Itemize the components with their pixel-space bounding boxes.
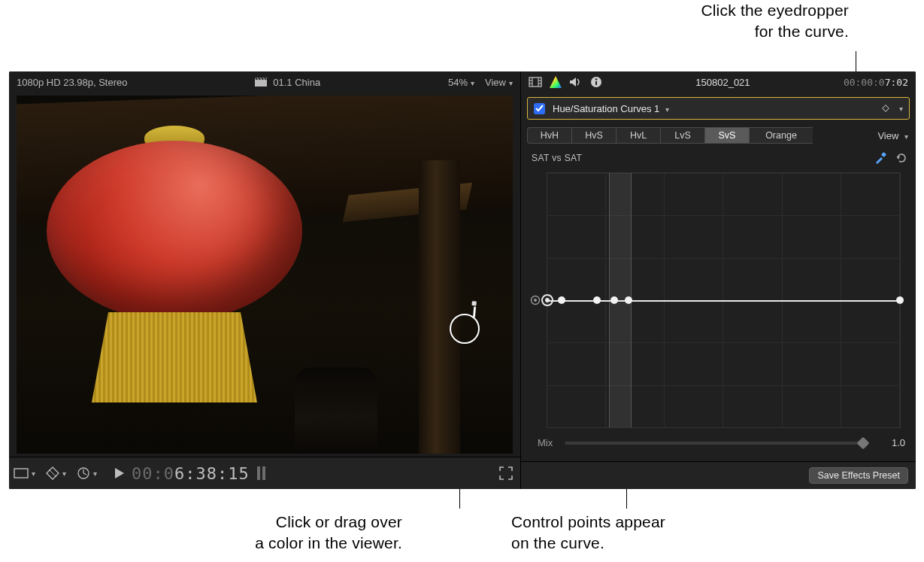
callout-viewer-pick: Click or drag over a color in the viewer… [214,512,402,554]
callout-eyedropper: Click the eyedropper for the curve. [548,0,849,43]
step-frames-button[interactable] [257,466,265,480]
mix-value: 1.0 [875,437,905,448]
clip-name: 01.1 China [273,77,320,88]
clip-format-label: 1080p HD 23.98p, Stereo [17,77,127,88]
tab-orange[interactable]: Orange [749,127,813,144]
curve-control-point[interactable] [625,296,632,304]
clapperboard-icon [255,77,267,87]
chevron-down-icon: ▾ [62,469,66,478]
inspector-pane: 150802_021 00:00:07:02 Hue/Saturation Cu… [520,71,916,489]
fullscreen-icon[interactable] [499,466,513,480]
svg-rect-3 [14,469,28,478]
callout-line: Control points appear [511,513,665,530]
curve-control-point[interactable] [593,296,601,304]
curve-grid [547,172,901,428]
svg-marker-6 [115,468,124,478]
mix-slider[interactable] [565,442,863,445]
viewer-canvas[interactable] [17,96,513,454]
mix-row: Mix 1.0 [521,433,916,448]
view-menu[interactable]: View▾ [485,77,513,88]
viewer-timecode[interactable]: 00:06:38:15 [132,464,250,483]
inspector-footer: Save Effects Preset [521,461,916,489]
play-button-icon[interactable] [115,468,124,478]
svg-line-4 [49,469,56,477]
curve-tab-bar: HvH HvS HvL LvS SvS Orange View ▾ [527,127,910,144]
svg-rect-2 [471,301,477,306]
chevron-down-icon: ▾ [904,132,908,141]
collapse-handle-icon[interactable] [530,295,541,305]
tab-hvl[interactable]: HvL [616,127,660,144]
reset-icon[interactable] [895,152,907,164]
transform-tool-icon[interactable]: ▾ [46,466,66,480]
retime-menu-icon[interactable]: ▾ [77,466,97,480]
tab-hvs[interactable]: HvS [571,127,616,144]
chevron-down-icon[interactable]: ▾ [899,105,903,113]
curve-control-point[interactable] [610,296,618,304]
callout-line: for the curve. [755,23,849,40]
eyedropper-icon[interactable] [874,151,887,165]
slider-thumb[interactable] [857,436,870,449]
tab-svs[interactable]: SvS [704,127,749,144]
viewer-top-bar: 1080p HD 23.98p, Stereo 01.1 China 54%▾ … [9,71,520,93]
color-inspector-icon[interactable] [550,76,562,88]
callout-control-points: Control points appear on the curve. [511,512,737,554]
eyedropper-cursor[interactable] [450,314,480,344]
curve-endpoint-right[interactable] [896,296,904,304]
svg-point-16 [595,78,598,81]
viewer-pane: 1080p HD 23.98p, Stereo 01.1 China 54%▾ … [9,71,520,489]
effect-enable-checkbox[interactable] [534,103,545,114]
curve-editor[interactable] [529,168,908,433]
video-frame [17,96,513,454]
svg-marker-14 [550,76,562,88]
chevron-down-icon: ▾ [509,79,513,87]
svg-rect-17 [595,81,597,85]
zoom-menu[interactable]: 54%▾ [448,77,474,88]
save-effects-preset-button[interactable]: Save Effects Preset [809,467,908,484]
frame-size-menu-icon[interactable]: ▾ [14,468,35,478]
svg-rect-18 [883,105,889,111]
curve-header: SAT vs SAT [521,144,916,168]
curves-view-menu[interactable]: View ▾ [877,130,908,141]
chevron-down-icon: ▾ [471,79,474,87]
svg-rect-19 [881,152,886,157]
svg-point-22 [534,299,537,302]
audio-inspector-icon[interactable] [569,77,583,87]
inspector-timecode: 00:00:07:02 [844,77,908,88]
curve-title: SAT vs SAT [532,153,582,163]
inspector-top-bar: 150802_021 00:00:07:02 [521,71,916,93]
effect-name-menu[interactable]: Hue/Saturation Curves 1 ▾ [553,103,669,114]
chevron-down-icon: ▾ [93,469,97,478]
callout-line: Click the eyedropper [701,2,849,19]
keyframe-diamond-icon[interactable] [881,104,890,113]
tab-hvh[interactable]: HvH [527,127,571,144]
svg-rect-0 [255,80,267,87]
curve-endpoint-left[interactable] [541,294,553,306]
svg-rect-7 [529,77,541,87]
curve-control-point[interactable] [558,296,565,304]
inspector-clip-name: 150802_021 [610,77,836,88]
video-inspector-icon[interactable] [529,77,542,87]
callout-line: a color in the viewer. [255,534,402,551]
effect-header-row[interactable]: Hue/Saturation Curves 1 ▾ ▾ [527,97,910,120]
callout-line: on the curve. [511,534,604,551]
tab-lvs[interactable]: LvS [660,127,704,144]
chevron-down-icon: ▾ [32,469,35,478]
viewer-toolbar: ▾ ▾ ▾ 00:06:38:15 [9,457,520,489]
app-window: 1080p HD 23.98p, Stereo 01.1 China 54%▾ … [9,71,916,489]
callout-line: Click or drag over [276,513,402,530]
mix-label: Mix [538,437,553,448]
info-inspector-icon[interactable] [590,76,602,88]
chevron-down-icon: ▾ [665,105,669,114]
